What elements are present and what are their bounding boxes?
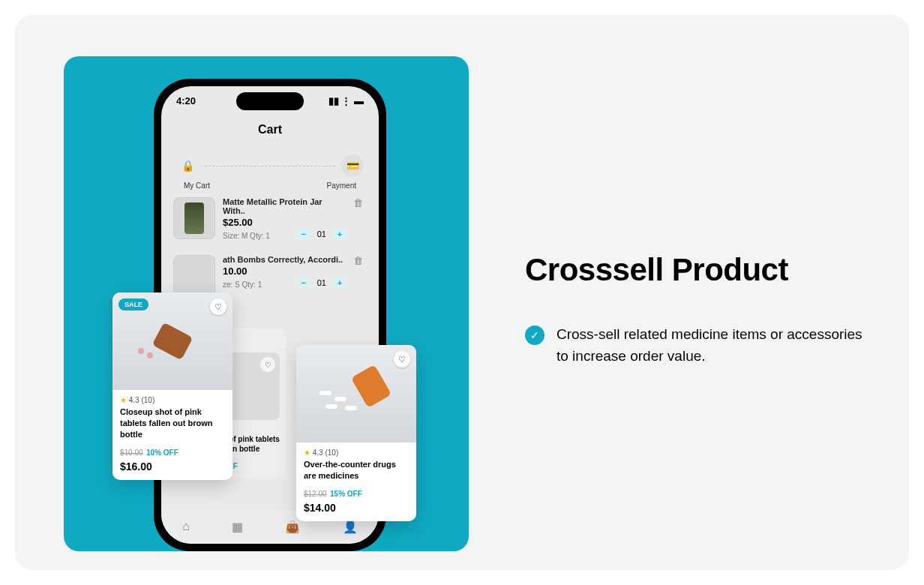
card-discount: 10% OFF	[146, 448, 178, 457]
step-divider	[205, 166, 335, 166]
cart-item-price: $25.00	[223, 217, 346, 228]
card-price: $14.00	[304, 502, 409, 514]
tab-profile-icon[interactable]: 👤	[343, 520, 358, 534]
crosssell-card[interactable]: SALE ♡ ★ 4.3 (10) Closeup shot of pink t…	[112, 292, 232, 480]
qty-minus[interactable]: −	[298, 228, 310, 240]
bullet-text: Cross-sell related medicine items or acc…	[556, 324, 870, 367]
heart-icon[interactable]: ♡	[260, 357, 275, 372]
trash-icon[interactable]: 🗑	[353, 255, 367, 268]
cart-item-price: 10.00	[223, 266, 346, 277]
product-thumb	[173, 197, 215, 239]
trash-icon[interactable]: 🗑	[353, 197, 367, 211]
tab-cart-icon[interactable]: 👜	[285, 520, 300, 534]
status-icons: ▮▮ ⋮ ▬	[328, 95, 364, 106]
card-image: ♡	[296, 345, 416, 442]
cart-item-title: ath Bombs Correctly, Accordi..	[223, 255, 346, 264]
qty-plus[interactable]: +	[334, 277, 346, 289]
card-title: Closeup shot of pink tablets fallen out …	[120, 406, 225, 440]
cart-item-title: Matte Metallic Protein Jar With..	[223, 197, 346, 215]
feature-bullet: ✓ Cross-sell related medicine items or a…	[525, 324, 870, 367]
qty-minus[interactable]: −	[298, 277, 310, 289]
tab-grid-icon[interactable]: ▦	[232, 520, 243, 534]
cart-item-body: ath Bombs Correctly, Accordi.. 10.00 ze:…	[223, 255, 346, 289]
qty-value: 01	[317, 230, 326, 238]
product-thumb	[173, 255, 215, 297]
crosssell-card[interactable]: ♡ ★ 4.3 (10) Over-the-counter drugs are …	[296, 345, 416, 521]
qty-plus[interactable]: +	[334, 228, 346, 240]
step-cart-label: My Cart	[184, 182, 210, 190]
card-rating: ★ 4.3 (10)	[304, 448, 409, 457]
promo-canvas: 4:20 ▮▮ ⋮ ▬ Cart 🔒 💳 My Cart Payment Ma	[15, 15, 909, 570]
status-time: 4:20	[176, 95, 196, 106]
step-payment-icon: 💳	[341, 154, 364, 177]
qty-stepper: − 01 +	[298, 228, 346, 240]
heart-icon[interactable]: ♡	[394, 351, 410, 368]
step-labels: My Cart Payment	[161, 182, 379, 190]
qty-stepper: − 01 +	[298, 277, 346, 289]
sale-badge: SALE	[118, 298, 148, 310]
card-title: Over-the-counter drugs are medicines	[304, 459, 409, 482]
card-price: $16.00	[120, 460, 225, 472]
step-cart-icon: 🔒	[176, 154, 199, 177]
cart-item-meta: Size: M Qty: 1	[223, 232, 270, 240]
cart-item-body: Matte Metallic Protein Jar With.. $25.00…	[223, 197, 346, 240]
headline: Crosssell Product	[525, 252, 870, 288]
card-rating: ★ 4.3 (10)	[120, 396, 225, 404]
card-old-price: $12.00	[304, 490, 327, 498]
heart-icon[interactable]: ♡	[210, 298, 226, 315]
notch	[236, 92, 304, 110]
cart-item: Matte Metallic Protein Jar With.. $25.00…	[161, 190, 379, 248]
cart-item-meta: ze: S Qty: 1	[223, 280, 262, 289]
left-panel: 4:20 ▮▮ ⋮ ▬ Cart 🔒 💳 My Cart Payment Ma	[64, 56, 469, 551]
qty-value: 01	[317, 278, 326, 287]
card-discount: 15% OFF	[330, 490, 362, 498]
check-icon: ✓	[525, 326, 544, 345]
step-payment-label: Payment	[327, 182, 356, 190]
right-content: Crosssell Product ✓ Cross-sell related m…	[525, 252, 870, 367]
card-old-price: $10.00	[120, 448, 143, 457]
tab-home-icon[interactable]: ⌂	[182, 520, 190, 533]
screen-title: Cart	[161, 123, 379, 136]
card-image: SALE ♡	[112, 292, 232, 390]
checkout-steps: 🔒 💳	[176, 154, 364, 177]
